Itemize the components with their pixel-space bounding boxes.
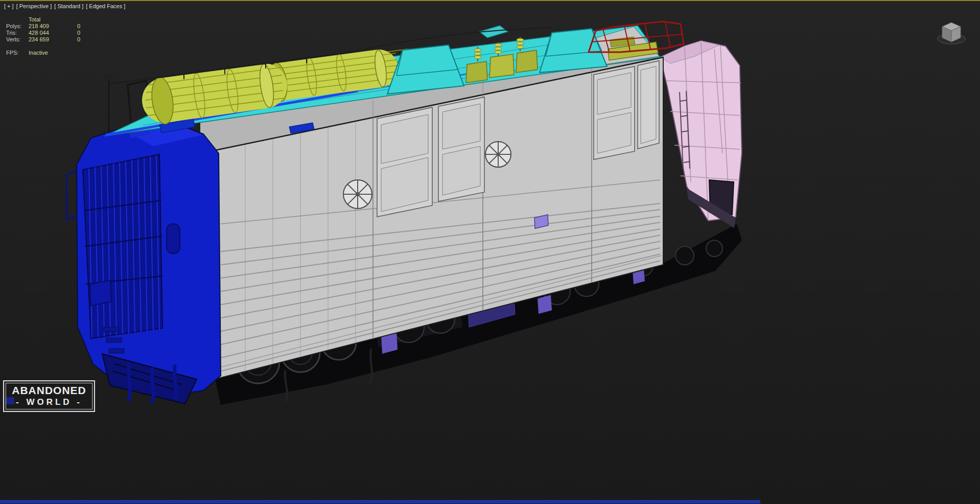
stats-polys-value: 218 409: [29, 23, 77, 30]
viewport-general-menu[interactable]: [ + ]: [4, 3, 14, 9]
watermark-line2-text: WORLD: [26, 397, 72, 407]
stats-tris-value: 428 044: [29, 30, 77, 36]
stats-verts-value: 234 659: [29, 36, 77, 43]
track-object-blue[interactable]: [0, 500, 760, 503]
stats-total-header: Total: [29, 16, 77, 23]
viewport-pov-menu[interactable]: [ Perspective ]: [16, 3, 52, 9]
stats-verts-label: Verts:: [6, 36, 29, 43]
roof-fan-grille-rear[interactable]: [485, 142, 511, 167]
stats-verts-secondary: 0: [77, 36, 92, 43]
stats-tris-label: Tris:: [6, 30, 29, 36]
watermark-line1: ABANDONED: [6, 384, 92, 397]
viewport-statistics: Total Polys: 218 409 0 Tris: 428 044 0 V…: [6, 16, 92, 56]
stats-polys-label: Polys:: [6, 23, 29, 30]
locomotive-rear-section-pink[interactable]: [660, 41, 742, 228]
stats-tris-secondary: 0: [77, 30, 92, 36]
roof-fan-grille-front[interactable]: [343, 180, 372, 209]
fps-value: Inactive: [29, 50, 92, 56]
viewport-shading-menu[interactable]: [ Standard ]: [54, 3, 83, 9]
viewport-mode-menu[interactable]: [ Edged Faces ]: [86, 3, 125, 9]
stats-spacer: [6, 16, 29, 23]
watermark-dash-left: -: [16, 397, 21, 407]
viewport-label: [ + ] [ Perspective ] [ Standard ] [ Edg…: [4, 3, 125, 9]
watermark-dash-right: -: [77, 397, 82, 407]
watermark-line2: - WORLD -: [6, 397, 92, 407]
fps-label: FPS:: [6, 50, 29, 56]
3d-viewport[interactable]: [ + ] [ Perspective ] [ Standard ] [ Edg…: [0, 0, 980, 504]
watermark-abandoned-world: ABANDONED - WORLD -: [3, 380, 95, 412]
viewcube-icon[interactable]: [933, 12, 970, 49]
viewport-canvas[interactable]: [0, 0, 980, 504]
stats-polys-secondary: 0: [77, 23, 92, 30]
active-viewport-border: [0, 0, 980, 1]
